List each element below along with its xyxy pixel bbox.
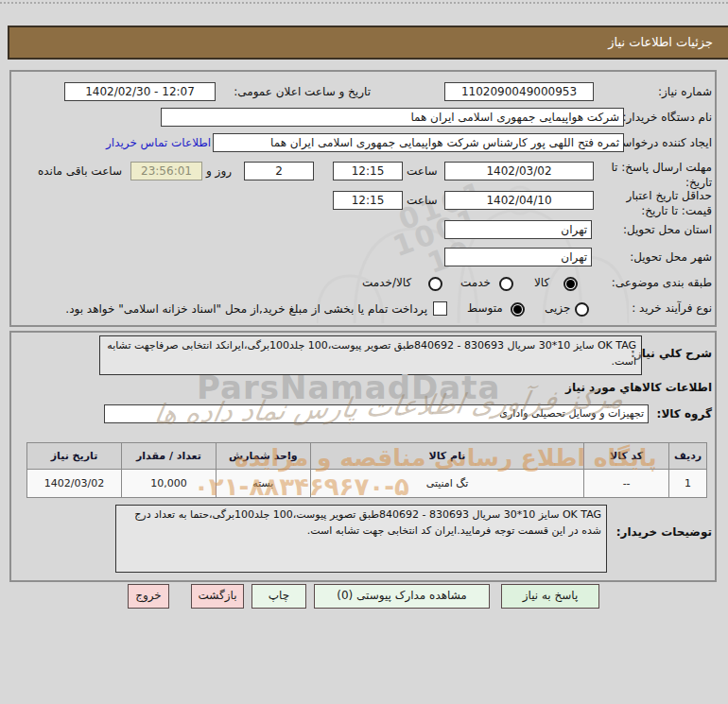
col-item-name: نام کالا (310, 443, 583, 470)
goods-table-header-row: ردیف کد کالا نام کالا واحد شمارش تعداد /… (27, 443, 707, 470)
back-button[interactable]: بازگشت (191, 584, 244, 609)
subject-class-label: طبقه بندی موضوعی: (612, 276, 712, 289)
city-field[interactable]: تهران (444, 248, 592, 266)
treasury-docs-checkbox-label: پرداخت تمام یا بخشی از مبلغ خرید,از محل … (65, 302, 427, 316)
city-label: شهر محل تحویل: (630, 250, 712, 264)
radio-minor-label: جزیی (545, 301, 570, 315)
exit-button[interactable]: خروج (128, 584, 169, 609)
col-row-number: ردیف (669, 443, 707, 470)
print-button[interactable]: چاپ (251, 584, 306, 609)
goods-group-label: گروه کالا: (657, 407, 712, 421)
col-quantity: تعداد / مقدار (121, 443, 216, 470)
price-validity-date-field[interactable]: 1402/04/10 (444, 191, 594, 210)
announce-datetime-field[interactable]: 1402/02/30 - 12:07 (64, 82, 216, 101)
buyer-notes-label: توضیحات خریدار: (616, 525, 712, 539)
need-number-field[interactable]: 1102090049000953 (444, 82, 594, 101)
radio-medium-label: متوسط (467, 301, 503, 315)
buyer-notes-box[interactable]: OK TAG سایز 10*30 سریال 830693 - 840692ط… (115, 505, 607, 573)
goods-group-field[interactable]: تجهیزات و وسایل تحصیلی واداری (104, 404, 649, 423)
reply-deadline-hour-label: ساعت (407, 164, 438, 178)
col-unit: واحد شمارش (216, 443, 310, 470)
goods-table-row: 1 -- تگ امنیتی بسته 10,000 1402/03/02 (27, 470, 707, 498)
radio-goods[interactable] (563, 277, 578, 291)
price-validity-hour-label: ساعت (407, 194, 438, 207)
view-attachments-button[interactable]: مشاهده مدارک پیوستی (0) (314, 584, 490, 609)
buyer-contact-link[interactable]: اطلاعات تماس خریدار (106, 136, 211, 149)
treasury-docs-checkbox[interactable] (433, 301, 447, 316)
need-number-label: شماره نیاز: (658, 85, 712, 98)
cell-row-number: 1 (669, 470, 707, 498)
countdown-timer: 23:56:01 (130, 162, 202, 180)
goods-table: ردیف کد کالا نام کالا واحد شمارش تعداد /… (26, 442, 707, 498)
province-field[interactable]: تهران (444, 220, 592, 239)
province-label: استان محل تحویل: (623, 223, 712, 236)
announce-datetime-label: تاریخ و ساعت اعلان عمومی: (234, 85, 371, 98)
reply-deadline-days-field[interactable]: 2 (244, 162, 314, 180)
radio-goods-service[interactable] (428, 277, 442, 291)
cell-unit: بسته (216, 470, 310, 498)
cell-item-name: تگ امنیتی (310, 470, 583, 498)
page-title: جزئیات اطلاعات نیاز (8, 26, 728, 60)
reply-deadline-date-field[interactable]: 1402/03/02 (444, 162, 594, 180)
price-validity-label: حداقل تاریخ اعتبار قیمت: تا تاریخ: (606, 188, 712, 218)
hours-remaining-label: ساعت باقی مانده (38, 164, 122, 178)
reply-to-need-button[interactable]: پاسخ به نیاز (501, 584, 599, 609)
buyer-org-field[interactable]: شرکت هواپیمایی جمهوری اسلامی ایران هما (161, 108, 624, 127)
reply-deadline-time-field[interactable]: 12:15 (333, 162, 403, 180)
need-desc-box[interactable]: OK TAG سایز 10*30 سریال 830693 - 840692ط… (99, 335, 642, 375)
cell-item-code: -- (584, 470, 669, 498)
radio-service[interactable] (499, 277, 513, 291)
radio-minor[interactable] (575, 302, 589, 317)
radio-goods-label: کالا (534, 276, 549, 289)
reply-deadline-label: مهلت ارسال پاسخ: تا تاریخ: (598, 160, 712, 190)
days-and-label: روز و (206, 164, 232, 178)
buyer-org-label: نام دستگاه خریدار: (623, 111, 713, 124)
cell-quantity: 10,000 (121, 470, 216, 498)
col-need-date: تاریخ نیاز (27, 443, 122, 470)
request-creator-field[interactable]: ثمره فتح اللهی پور کارشناس شرکت هواپیمای… (213, 133, 624, 152)
cell-need-date: 1402/03/02 (27, 470, 122, 498)
need-desc-label: شرح کلي نیاز: (631, 347, 712, 360)
goods-section-title: اطلاعات کالاهاي مورد نیاز (565, 381, 712, 394)
need-details-page: 0101 1001 10 جزئیات اطلاعات نیاز شماره ن… (0, 0, 728, 704)
radio-medium[interactable] (511, 302, 525, 317)
top-divider (0, 2, 728, 4)
radio-goods-service-label: کالا/خدمت (362, 276, 411, 289)
col-item-code: کد کالا (584, 443, 669, 470)
purchase-type-label: نوع فرآیند خرید : (632, 301, 712, 315)
radio-service-label: خدمت (460, 276, 491, 289)
price-validity-time-field[interactable]: 12:15 (333, 191, 403, 210)
